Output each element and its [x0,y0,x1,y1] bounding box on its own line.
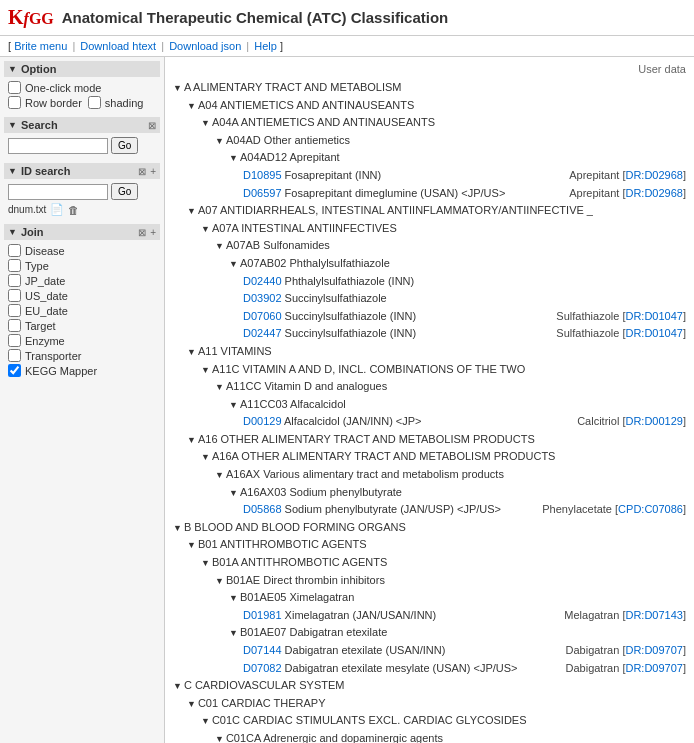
download-htext-link[interactable]: Download htext [80,40,156,52]
target-checkbox[interactable] [8,319,21,332]
drug-link[interactable]: D02447 [243,327,282,339]
tree-triangle[interactable]: ▼ [215,470,224,480]
annotation-link[interactable]: DR:D02968 [625,169,682,181]
tree-triangle[interactable]: ▼ [215,576,224,586]
jp-date-checkbox[interactable] [8,274,21,287]
tree-triangle[interactable]: ▼ [215,241,224,251]
join-triangle: ▼ [8,227,17,237]
target-label: Target [25,320,56,332]
tree-row: D02447 Succinylsulfathiazole (INN)Sulfat… [173,325,686,343]
enzyme-checkbox[interactable] [8,334,21,347]
tree-triangle[interactable]: ▼ [173,681,182,691]
one-click-checkbox[interactable] [8,81,21,94]
annotation-link[interactable]: DR:D07143 [625,609,682,621]
content-area: User data ▼A ALIMENTARY TRACT AND METABO… [165,57,694,743]
tree-triangle[interactable]: ▼ [229,400,238,410]
drug-link[interactable]: D07082 [243,662,282,674]
tree-triangle[interactable]: ▼ [187,699,196,709]
eu-date-checkbox[interactable] [8,304,21,317]
tree-triangle[interactable]: ▼ [173,83,182,93]
tree-triangle[interactable]: ▼ [187,347,196,357]
drug-link[interactable]: D10895 [243,169,282,181]
annotation-link[interactable]: DR:D09707 [625,644,682,656]
tree-triangle[interactable]: ▼ [229,593,238,603]
download-json-link[interactable]: Download json [169,40,241,52]
kegg-logo: KfGG [8,6,54,29]
tree-row: ▼B01AE Direct thrombin inhibitors [173,572,686,590]
search-section-header[interactable]: ▼ Search ⊠ [4,117,160,133]
tree-row: ▼B BLOOD AND BLOOD FORMING ORGANS [173,519,686,537]
tree-triangle[interactable]: ▼ [215,382,224,392]
tree-row: ▼A07A INTESTINAL ANTIINFECTIVES [173,220,686,238]
drug-link[interactable]: D07060 [243,310,282,322]
us-date-checkbox[interactable] [8,289,21,302]
search-input[interactable] [8,138,108,154]
tree-row: ▼C01 CARDIAC THERAPY [173,695,686,713]
tree-triangle[interactable]: ▼ [215,136,224,146]
file-icon1[interactable]: 📄 [50,203,64,216]
tree-triangle[interactable]: ▼ [187,206,196,216]
tree-row: ▼A07AB02 Phthalylsulfathiazole [173,255,686,273]
drug-link[interactable]: D03902 [243,292,282,304]
tree-triangle[interactable]: ▼ [229,628,238,638]
search-label: Search [21,119,148,131]
eu-date-label: EU_date [25,305,68,317]
annotation-link[interactable]: DR:D01047 [625,310,682,322]
tree-triangle[interactable]: ▼ [229,259,238,269]
tree-triangle[interactable]: ▼ [201,118,210,128]
tree-row: ▼A04A ANTIEMETICS AND ANTINAUSEANTS [173,114,686,132]
tree-triangle[interactable]: ▼ [215,734,224,743]
annotation-link[interactable]: CPD:C07086 [618,503,683,515]
transporter-checkbox[interactable] [8,349,21,362]
tree-row: ▼A04 ANTIEMETICS AND ANTINAUSEANTS [173,97,686,115]
tree-triangle[interactable]: ▼ [187,435,196,445]
tree-triangle[interactable]: ▼ [201,716,210,726]
drug-link[interactable]: D07144 [243,644,282,656]
main-layout: ▼ Option One-click mode Row border shadi… [0,57,694,743]
drug-link[interactable]: D02440 [243,275,282,287]
enzyme-row: Enzyme [8,334,156,347]
annotation-link[interactable]: DR:D02968 [625,187,682,199]
tree-row: ▼A11C VITAMIN A AND D, INCL. COMBINATION… [173,361,686,379]
drug-link[interactable]: D00129 [243,415,282,427]
id-search-content: Go dnum.txt 📄 🗑 [4,181,160,224]
target-row: Target [8,319,156,332]
annotation-link[interactable]: DR:D01047 [625,327,682,339]
annotation-link[interactable]: DR:D00129 [625,415,682,427]
join-section-header[interactable]: ▼ Join ⊠ + [4,224,160,240]
node-annotation: Dabigatran [DR:D09707] [558,660,686,678]
tree-triangle[interactable]: ▼ [229,488,238,498]
file-icon2[interactable]: 🗑 [68,204,79,216]
drug-link[interactable]: D01981 [243,609,282,621]
tree-triangle[interactable]: ▼ [173,523,182,533]
tree-triangle[interactable]: ▼ [201,365,210,375]
tree-triangle[interactable]: ▼ [201,558,210,568]
drug-link[interactable]: D05868 [243,503,282,515]
row-border-checkbox[interactable] [8,96,21,109]
id-search-section-header[interactable]: ▼ ID search ⊠ + [4,163,160,179]
tree-triangle[interactable]: ▼ [187,101,196,111]
tree-triangle[interactable]: ▼ [201,224,210,234]
us-date-row: US_date [8,289,156,302]
tree-triangle[interactable]: ▼ [229,153,238,163]
node-annotation: Aprepitant [DR:D02968] [561,167,686,185]
id-search-input[interactable] [8,184,108,200]
tree-row: ▼A07 ANTIDIARRHEALS, INTESTINAL ANTIINFL… [173,202,686,220]
tree-triangle[interactable]: ▼ [201,452,210,462]
type-checkbox[interactable] [8,259,21,272]
shading-checkbox[interactable] [88,96,101,109]
transporter-label: Transporter [25,350,81,362]
brite-menu-link[interactable]: Brite menu [14,40,67,52]
search-go-button[interactable]: Go [111,137,138,154]
id-search-go-button[interactable]: Go [111,183,138,200]
help-link[interactable]: Help [254,40,277,52]
join-icon2: + [150,227,156,238]
join-icon1: ⊠ [138,227,146,238]
drug-link[interactable]: D06597 [243,187,282,199]
tree-triangle[interactable]: ▼ [187,540,196,550]
join-label: Join [21,226,138,238]
disease-checkbox[interactable] [8,244,21,257]
kegg-mapper-checkbox[interactable] [8,364,21,377]
option-section-header[interactable]: ▼ Option [4,61,160,77]
annotation-link[interactable]: DR:D09707 [625,662,682,674]
